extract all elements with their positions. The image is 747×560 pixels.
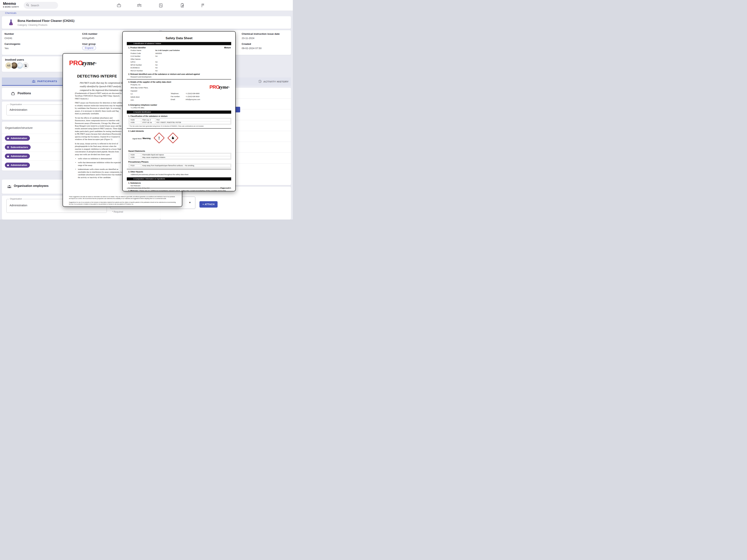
sds-other-hazards-heading: 3. Other Hazards	[128, 171, 231, 173]
page-title: Bona Hardwood Floor Cleaner (CH241)	[18, 19, 74, 23]
building-icon	[7, 146, 9, 149]
breadcrumb-chemicals[interactable]: Chemicals	[5, 11, 17, 15]
safety-data-sheet-popup[interactable]: Safety Data Sheet 1:Identification of su…	[122, 31, 236, 191]
sds-uses-heading: 2. Relevant identified uses of the subst…	[128, 73, 231, 75]
structure-chip-label: Administration	[11, 164, 27, 166]
prozyme-doc-title: DETECTING INTERFE	[77, 74, 117, 78]
app-screen: Meemo E-WORK SAFETY Chemicals	[0, 0, 293, 219]
chemical-header-card: Bona Hardwood Floor Cleaner (CH241) Cate…	[2, 16, 291, 29]
sds-row: EC/EINECSNA	[131, 67, 231, 69]
sds-classification-table: H226Flam Liq. 3R10 H335STOT SE 3aR37, R3…	[129, 118, 231, 125]
created-label: Created	[242, 43, 251, 45]
app-name: Meemo	[3, 1, 19, 6]
report-edit-nav-icon[interactable]	[180, 3, 185, 8]
registered-mark: ®	[95, 62, 97, 64]
sds-classification-note: * The risk codes have been generated usi…	[129, 125, 231, 127]
sds-row: IUPACNA	[131, 61, 231, 63]
sds-supplier-block: ProZyme, Inc 3832 Bay Center Place, Hayw…	[131, 84, 231, 103]
number-value: CH241	[4, 37, 12, 39]
team-nav-icon[interactable]	[137, 3, 142, 8]
sds-section3-bar: 3.Composition / Information on Ingredien…	[127, 177, 231, 181]
sds-contact-row: Telephone:+1 (510) 638-6900	[171, 92, 200, 95]
sds-substances-heading: 1. Substances	[128, 182, 231, 184]
sds-precautionary-table: P210Keep away from heat/sparks/open flam…	[129, 164, 231, 168]
ghs-exclamation-pictogram: !	[154, 132, 164, 143]
tab-participants-label: PARTICIPANTS	[37, 80, 57, 83]
organisation-select-label: Organisation	[9, 103, 23, 105]
sds-classification-heading: 1. Classification of the substance or mi…	[128, 115, 231, 117]
sds-mixtures-text: There are no additional ingredients pres…	[128, 190, 226, 191]
sds-revision-note: Rev AB Revision Date: 28 May 2013	[128, 187, 149, 189]
sds-title: Safety Data Sheet	[127, 36, 231, 40]
structure-chip-label: Subcontractors	[11, 146, 28, 149]
sds-hazard-statements-heading: Hazard Statements	[128, 150, 231, 152]
search-bar[interactable]	[24, 2, 58, 9]
sds-row: Product Name5x 2-AB Sample Load Solution	[131, 50, 231, 51]
sds-contact-row: Fax number:+1 (510) 638 6919	[171, 96, 200, 98]
search-icon	[26, 3, 29, 7]
top-bar: Meemo E-WORK SAFETY	[0, 0, 293, 11]
issue-date-label: Chemical instruction issue date	[242, 32, 280, 35]
sds-row: REACH NumberNA	[131, 70, 231, 72]
number-label: Number	[4, 32, 14, 35]
sds-other-hazards-text: Additional precautionary phrases are loc…	[131, 174, 231, 176]
structure-chip-administration-3[interactable]: Administration	[5, 163, 30, 168]
sds-row: CAS NumberNA	[131, 55, 231, 57]
organisation-employees-heading: Organisation employees	[14, 184, 49, 188]
sds-hazard-table: H226Flammable liquid and vapour. H335May…	[129, 153, 231, 159]
avatar-initials[interactable]: AB	[5, 62, 12, 69]
prozyme-logo-pro: PRO	[69, 59, 83, 66]
briefcase-icon	[7, 155, 9, 158]
sds-emergency-heading: 4. Emergency telephone number	[128, 104, 231, 106]
sds-label-elements-heading: 2. Label elements	[128, 130, 231, 132]
cas-label: CAS number	[82, 32, 98, 35]
app-logo[interactable]: Meemo E-WORK SAFETY	[3, 1, 19, 8]
organisation-select-2-value: Administration	[9, 204, 27, 207]
chemical-category: Category: Cleaning Products	[18, 24, 47, 26]
carcinogenic-label: Carcinogenic	[4, 43, 21, 45]
sds-supplier-heading: 3. Details of the supplier of the safety…	[128, 81, 231, 83]
sds-precautionary-heading: Precautionary Phrases	[128, 161, 231, 163]
structure-chip-administration-2[interactable]: Administration	[5, 154, 30, 159]
sds-substances-value: Not Relevant	[131, 185, 231, 187]
carcinogenic-value: Yes	[4, 47, 8, 50]
structure-chip-label: Administration	[11, 155, 27, 158]
employees-icon	[7, 184, 11, 189]
sds-section1-bar: 1:Identification of substance / mixture	[127, 42, 231, 45]
briefcase-icon	[11, 91, 15, 96]
organisation-select-value: Administration	[9, 108, 27, 111]
sds-emergency-value: +1 (760) 476 3961	[131, 107, 231, 109]
sds-mixture-tag: Mixture	[224, 47, 231, 49]
sds-product-identifier-heading: 1. Product Identifier	[128, 47, 231, 49]
user-group-chip[interactable]: England	[82, 46, 96, 50]
prozyme-bullet-list: wells where no inhibition is demonstrate…	[75, 157, 123, 179]
signal-word-label: Signal Word	[132, 138, 141, 140]
sds-row: MFCD NumberNA	[131, 64, 231, 66]
organisation-select-2-label: Organisation	[9, 198, 23, 200]
organisation-structure-heading: Organisation/structure	[5, 126, 33, 129]
person-add-icon	[24, 64, 27, 68]
divider	[127, 128, 231, 129]
positions-heading: Positions	[18, 92, 31, 95]
cas-value: HGhg4545	[82, 37, 94, 39]
attach-button[interactable]: + ATTACH	[200, 201, 217, 208]
structure-chip-subcontractors[interactable]: Subcontractors	[5, 145, 31, 150]
flag-nav-icon[interactable]	[200, 3, 205, 8]
search-input[interactable]	[31, 4, 53, 7]
sds-uses-value: Research and Development	[131, 76, 231, 78]
user-group-label: User group	[82, 43, 96, 45]
participants-icon	[32, 79, 36, 83]
flask-icon	[8, 20, 14, 26]
sds-section2-bar: 2.Hazards Identification	[127, 110, 231, 114]
sds-page-number: Page 1 of 7	[221, 187, 230, 189]
checklist-nav-icon[interactable]	[158, 3, 163, 8]
prozyme-logo: PROzyme®	[69, 59, 97, 66]
prozyme-footnote-1: These suggestions and data are based on …	[69, 196, 177, 199]
issue-date-value: 23-11-2024	[242, 37, 254, 39]
sds-label-elements: Signal Word Warning !	[127, 133, 231, 149]
briefcase-nav-icon[interactable]	[117, 3, 121, 8]
structure-chip-label: Administration	[11, 137, 27, 140]
divider	[127, 169, 231, 169]
prozyme-logo: PROzyme®	[209, 84, 230, 90]
structure-chip-administration-1[interactable]: Administration	[5, 136, 30, 141]
